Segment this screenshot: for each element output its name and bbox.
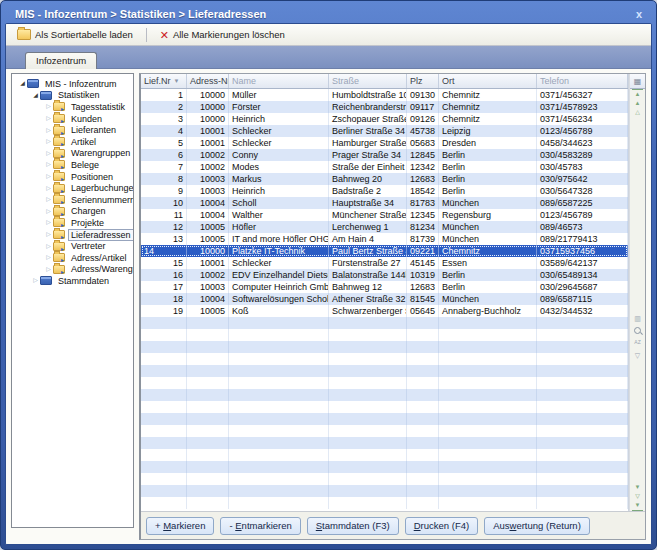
tree-item-positionen[interactable]: ▷Positionen [12, 171, 133, 183]
cell-plz: 12342 [407, 161, 439, 173]
expand-arrow-icon[interactable]: ▷ [44, 265, 53, 274]
table-row[interactable]: 1310005IT and more Höfler OHGAm Hain 481… [141, 233, 628, 245]
expand-arrow-icon[interactable]: ▷ [44, 172, 53, 181]
scroll-down-alt-icon[interactable]: ▽ [632, 492, 643, 501]
scroll-up-icon[interactable]: ▲ [632, 99, 643, 108]
cell-lief-nr: 14 [141, 245, 187, 257]
expand-arrow-icon[interactable]: ▷ [44, 137, 53, 146]
footer-button-auswertung-return[interactable]: Auswertung (Return) [484, 517, 590, 535]
expand-arrow-icon[interactable]: ▷ [44, 149, 53, 158]
search-icon[interactable] [634, 327, 641, 334]
expand-arrow-icon[interactable]: ▷ [31, 276, 40, 285]
filter-icon[interactable]: ▽ [632, 351, 643, 360]
column-header-stra-e[interactable]: Straße [329, 74, 407, 88]
cell-lief-nr: 2 [141, 101, 187, 113]
table-row[interactable]: 610002ConnyPrager Straße 3412845Berlin03… [141, 149, 628, 161]
cell-ort: München [439, 233, 537, 245]
tree-item-adress-warengruppen[interactable]: ▷Adress/Warengruppen [12, 264, 133, 276]
table-row[interactable]: 110000MüllerHumboldtstraße 1009130Chemni… [141, 89, 628, 101]
cell-lief-nr: 7 [141, 161, 187, 173]
expand-arrow-icon[interactable]: ▷ [44, 207, 53, 216]
column-header-ort[interactable]: Ort [439, 74, 537, 88]
tree-item-warengruppen[interactable]: ▷Warengruppen [12, 148, 133, 160]
tree-item-lieferadressen[interactable]: ▷Lieferadressen [12, 229, 133, 241]
table-row[interactable]: 1910005KoßSchwarzenberger Straße05645Ann… [141, 305, 628, 317]
cell-telefon: 030/975642 [537, 173, 628, 185]
table-row[interactable]: 410001SchleckerBerliner Straße 3445738Le… [141, 125, 628, 137]
table-row[interactable]: 310000HeinrichZschopauer Straße 28009126… [141, 113, 628, 125]
cell-stra-e [329, 473, 407, 485]
column-header-lief-nr[interactable]: Lief.Nr▼ [141, 74, 187, 88]
table-row[interactable]: 1410000Platzke IT-TechnikPaul Bertz Stra… [141, 245, 628, 257]
scroll-to-top-icon[interactable]: ▲ [632, 89, 643, 99]
clear-marks-icon: ✕ [160, 30, 169, 40]
footer-button-drucken-f4[interactable]: Drucken (F4) [405, 517, 478, 535]
scroll-to-bottom-icon[interactable]: ▼ [632, 501, 643, 511]
tree-item-kunden[interactable]: ▷Kunden [12, 113, 133, 125]
expand-arrow-icon[interactable]: ▷ [44, 160, 53, 169]
cell-ort [439, 329, 537, 341]
expand-arrow-icon[interactable]: ▷ [44, 102, 53, 111]
tree-item-chargen[interactable]: ▷Chargen [12, 206, 133, 218]
columns-icon[interactable]: ▥ [632, 314, 643, 323]
column-chooser-icon[interactable]: ▦ [630, 74, 645, 89]
footer-button-entmarkieren[interactable]: - Entmarkieren [220, 517, 300, 535]
tree-item-vertreter[interactable]: ▷Vertreter [12, 240, 133, 252]
footer-button-stammdaten-f3[interactable]: Stammdaten (F3) [307, 517, 399, 535]
tree-item-projekte[interactable]: ▷Projekte [12, 217, 133, 229]
tree-item-adress-artikel[interactable]: ▷Adress/Artikel [12, 252, 133, 264]
collapse-arrow-icon[interactable]: ◢ [31, 91, 40, 100]
tree-item-artikel[interactable]: ▷Artikel [12, 136, 133, 148]
expand-arrow-icon[interactable]: ▷ [44, 114, 53, 123]
footer-button-markieren[interactable]: + Markieren [146, 517, 214, 535]
table-row[interactable]: 710002ModesStraße der Einheit 3412342Ber… [141, 161, 628, 173]
folder-icon [53, 195, 65, 204]
column-header-adress-nr-[interactable]: Adress-Nr. [187, 74, 229, 88]
column-header-telefon[interactable]: Telefon [537, 74, 628, 88]
tree-item-lagerbuchungen[interactable]: ▷Lagerbuchungen [12, 182, 133, 194]
close-icon[interactable]: x [633, 7, 645, 21]
expand-arrow-icon[interactable]: ▷ [44, 184, 53, 193]
expand-arrow-icon[interactable]: ▷ [44, 230, 53, 239]
tree-item-stammdaten[interactable]: ▷Stammdaten [12, 275, 133, 287]
table-row[interactable]: 1210005HöflerLerchenweg 181234München089… [141, 221, 628, 233]
expand-arrow-icon[interactable]: ▷ [44, 242, 53, 251]
cell-name [229, 449, 329, 461]
column-header-plz[interactable]: Plz [407, 74, 439, 88]
load-sort-table-button[interactable]: Als Sortiertabelle laden [12, 28, 138, 41]
tree-item-statistiken[interactable]: ◢Statistiken [12, 90, 133, 102]
table-row[interactable]: 1810004Softwarelösungen Scholl GmbAthene… [141, 293, 628, 305]
cell-plz: 45145 [407, 257, 439, 269]
tree-item-seriennummern[interactable]: ▷Seriennummern [12, 194, 133, 206]
cell-plz: 81739 [407, 233, 439, 245]
cell-ort [439, 401, 537, 413]
table-row[interactable]: 810003MarkusBahnweg 2012683Berlin030/975… [141, 173, 628, 185]
tree-item-mis-infozentrum[interactable]: ◢MIS - Infozentrum [12, 78, 133, 90]
table-row[interactable]: 1610002EDV Einzelhandel Dietsch GmbBalat… [141, 269, 628, 281]
collapse-arrow-icon[interactable]: ◢ [18, 79, 27, 88]
column-header-label: Lief.Nr [144, 75, 171, 88]
table-row[interactable]: 910003HeinrichBadstraße 218542Berlin030/… [141, 185, 628, 197]
tab-infozentrum[interactable]: Infozentrum [25, 52, 97, 69]
cell-ort: München [439, 293, 537, 305]
table-row[interactable]: 210000FörsterReichenbranderstraße 309117… [141, 101, 628, 113]
cell-adress-nr-: 10002 [187, 149, 229, 161]
table-row[interactable]: 510001SchleckerHamburger Straße05683Dres… [141, 137, 628, 149]
sort-az-icon[interactable]: AZ [632, 338, 643, 347]
scroll-down-icon[interactable]: ▼ [632, 483, 643, 492]
scroll-up-alt-icon[interactable]: △ [632, 108, 643, 117]
table-row[interactable]: 1510001SchleckerFürstenstraße 2745145Ess… [141, 257, 628, 269]
expand-arrow-icon[interactable]: ▷ [44, 195, 53, 204]
table-row[interactable]: 1010004SchollHauptstraße 3481783München0… [141, 197, 628, 209]
table-row[interactable]: 1710003Computer Heinrich GmbHBahnweg 121… [141, 281, 628, 293]
tree-item-lieferanten[interactable]: ▷Lieferanten [12, 124, 133, 136]
tree-item-tagesstatistik[interactable]: ▷Tagesstatistik [12, 101, 133, 113]
expand-arrow-icon[interactable]: ▷ [44, 218, 53, 227]
expand-arrow-icon[interactable]: ▷ [44, 253, 53, 262]
tree-item-belege[interactable]: ▷Belege [12, 159, 133, 171]
clear-marks-button[interactable]: ✕ Alle Markierungen löschen [155, 28, 290, 41]
expand-arrow-icon[interactable]: ▷ [44, 126, 53, 135]
cell-ort [439, 497, 537, 509]
table-row[interactable]: 1110004WaltherMünchener Straße 2312345Re… [141, 209, 628, 221]
column-header-name[interactable]: Name [229, 74, 329, 88]
